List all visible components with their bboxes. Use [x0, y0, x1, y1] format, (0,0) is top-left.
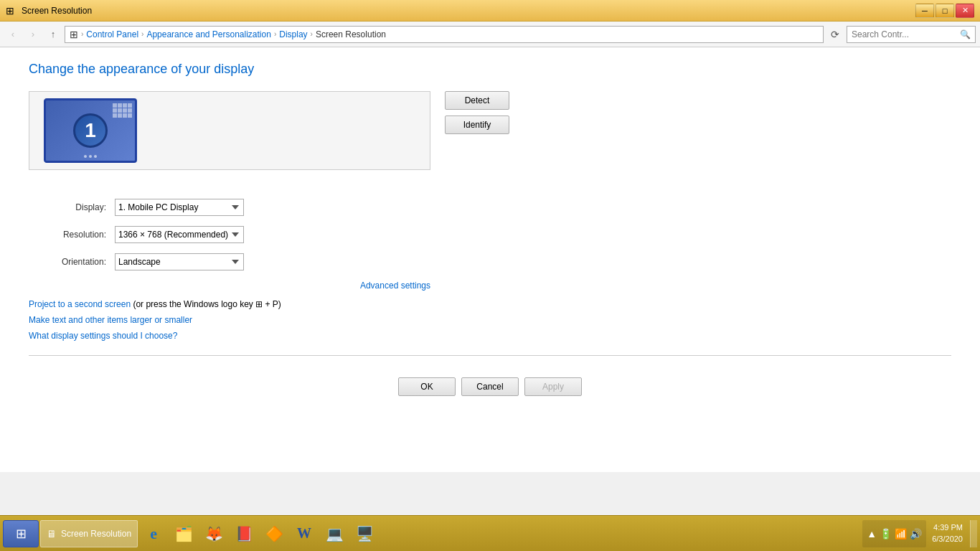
- clock-time: 4:39 PM: [933, 522, 963, 533]
- display-label: Display:: [29, 202, 115, 212]
- resolution-select[interactable]: 980 × 551 (Recommended): [115, 226, 244, 243]
- orientation-select[interactable]: Landscape Portrait Landscape (flipped) P…: [115, 253, 244, 270]
- display-row: Display: 1. Mobile PC Display: [29, 199, 430, 216]
- advanced-settings-link[interactable]: Advanced settings: [29, 281, 430, 291]
- vlc-icon: 🔶: [265, 524, 283, 543]
- breadcrumb-control-panel[interactable]: Control Panel: [86, 29, 138, 39]
- monitor-grid: [113, 103, 132, 118]
- cancel-button[interactable]: Cancel: [461, 377, 519, 396]
- identify-button[interactable]: Identify: [445, 116, 509, 134]
- orientation-row: Orientation: Landscape Portrait Landscap…: [29, 253, 430, 270]
- start-button[interactable]: ⊞: [3, 520, 39, 547]
- taskbar-acrobat[interactable]: 📕: [230, 520, 258, 547]
- main-content: Change the appearance of your display 1 …: [0, 47, 980, 472]
- taskbar-app-icon: 🖥: [47, 528, 57, 540]
- bottom-buttons: OK Cancel Apply: [29, 370, 951, 403]
- up-button[interactable]: ↑: [44, 26, 62, 43]
- display-settings-link[interactable]: What display settings should I choose?: [29, 331, 177, 341]
- window-title: Screen Resolution: [22, 6, 92, 16]
- title-bar: ⊞ Screen Resolution ─ □ ✕: [0, 0, 980, 22]
- forward-button[interactable]: ›: [24, 26, 42, 43]
- breadcrumb-appearance[interactable]: Appearance and Personalization: [146, 29, 270, 39]
- breadcrumb-screen-resolution: Screen Resolution: [316, 29, 386, 39]
- breadcrumb-display[interactable]: Display: [279, 29, 307, 39]
- text-size-link-row: Make text and other items larger or smal…: [29, 315, 951, 325]
- taskbar-firefox[interactable]: 🦊: [199, 520, 228, 547]
- minimize-button[interactable]: ─: [915, 4, 934, 18]
- taskbar-screen-resolution[interactable]: 🖥 Screen Resolution: [40, 520, 138, 547]
- monitor-panel: 1: [29, 91, 430, 170]
- tray-battery-icon[interactable]: 🔋: [880, 528, 892, 540]
- tray-volume-icon[interactable]: 🔊: [910, 528, 922, 540]
- tray-network-icon[interactable]: 📶: [895, 528, 907, 540]
- app6-icon: 💻: [325, 524, 344, 543]
- monitor-dots: [84, 155, 97, 158]
- ok-button[interactable]: OK: [398, 377, 456, 396]
- acrobat-icon: 📕: [235, 524, 253, 543]
- detect-button[interactable]: Detect: [445, 91, 509, 110]
- apply-button[interactable]: Apply: [524, 377, 582, 396]
- resolution-label: Resolution:: [29, 230, 115, 240]
- maximize-button[interactable]: □: [936, 4, 954, 18]
- monitor-number: 1: [73, 113, 108, 148]
- start-icon: ⊞: [16, 526, 27, 542]
- tray-expand-icon[interactable]: ▲: [867, 528, 877, 540]
- search-input[interactable]: [852, 29, 957, 39]
- firefox-icon: 🦊: [204, 524, 223, 543]
- resolution-row: Resolution: 980 × 551 (Recommended): [29, 226, 430, 243]
- search-icon: 🔍: [960, 29, 971, 39]
- taskbar-word[interactable]: W: [290, 520, 319, 547]
- clock-date: 6/3/2020: [932, 534, 963, 545]
- page-title: Change the appearance of your display: [29, 62, 951, 77]
- search-box[interactable]: 🔍: [847, 26, 976, 43]
- show-desktop-button[interactable]: [970, 520, 977, 547]
- word-icon: W: [295, 524, 314, 543]
- refresh-button[interactable]: ⟳: [826, 26, 844, 43]
- system-tray: ▲ 🔋 📶 🔊: [862, 520, 926, 547]
- settings-links: Project to a second screen (or press the…: [29, 299, 951, 341]
- orientation-label: Orientation:: [29, 257, 115, 267]
- close-button[interactable]: ✕: [956, 4, 974, 18]
- project-link[interactable]: Project to a second screen: [29, 299, 131, 309]
- taskbar-explorer[interactable]: 🗂️: [169, 520, 198, 547]
- address-bar: ‹ › ↑ ⊞ › Control Panel › Appearance and…: [0, 22, 980, 47]
- explorer-icon: 🗂️: [174, 524, 193, 543]
- app7-icon: 🖥️: [355, 524, 374, 543]
- project-link-row: Project to a second screen (or press the…: [29, 299, 951, 309]
- taskbar-app7[interactable]: 🖥️: [350, 520, 379, 547]
- detect-identify-section: Detect Identify: [445, 91, 509, 134]
- monitor-display: 1: [44, 98, 137, 163]
- address-path: ⊞ › Control Panel › Appearance and Perso…: [65, 26, 824, 43]
- taskbar: ⊞ 🖥 Screen Resolution e 🗂️ 🦊 📕 🔶 W 💻 🖥️ …: [0, 515, 980, 551]
- display-select[interactable]: 1. Mobile PC Display: [115, 199, 244, 216]
- taskbar-vlc[interactable]: 🔶: [260, 520, 288, 547]
- text-size-link[interactable]: Make text and other items larger or smal…: [29, 315, 192, 325]
- taskbar-app-label: Screen Resolution: [61, 529, 131, 539]
- ie-icon: e: [144, 524, 163, 543]
- project-link-suffix: (or press the Windows logo key ⊞ + P): [133, 299, 281, 309]
- back-button[interactable]: ‹: [4, 26, 22, 43]
- settings-form: Display: 1. Mobile PC Display Resolution…: [29, 199, 430, 270]
- system-clock[interactable]: 4:39 PM 6/3/2020: [928, 522, 967, 545]
- display-settings-link-row: What display settings should I choose?: [29, 331, 951, 341]
- taskbar-ie[interactable]: e: [139, 520, 168, 547]
- taskbar-app6[interactable]: 💻: [320, 520, 349, 547]
- window-icon: ⊞: [6, 5, 17, 17]
- divider: [29, 355, 951, 356]
- breadcrumb-home[interactable]: ⊞: [70, 29, 78, 40]
